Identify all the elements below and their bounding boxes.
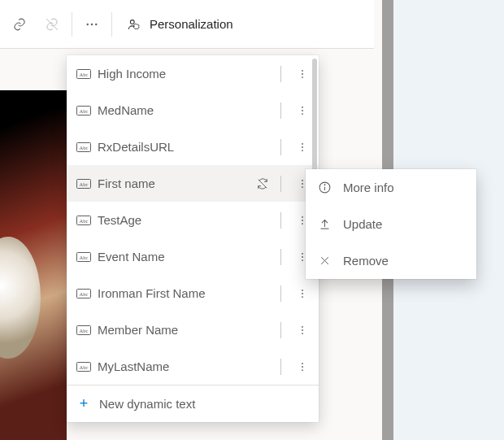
field-item-event-name[interactable]: Abc Event Name xyxy=(67,238,319,275)
context-item-label: Update xyxy=(343,217,382,231)
info-icon xyxy=(317,181,332,194)
text-field-icon: Abc xyxy=(76,252,91,262)
svg-text:Abc: Abc xyxy=(80,364,89,369)
field-item-medname[interactable]: Abc MedName xyxy=(67,92,319,129)
field-label: First name xyxy=(98,176,250,190)
field-label: TestAge xyxy=(98,213,269,227)
svg-point-45 xyxy=(302,333,303,334)
sync-disabled-icon xyxy=(256,177,269,190)
svg-point-7 xyxy=(302,69,303,71)
context-item-label: Remove xyxy=(343,254,389,268)
item-divider xyxy=(280,359,281,375)
editor-toolbar: Personalization xyxy=(0,0,374,49)
item-divider xyxy=(280,322,281,338)
text-field-icon: Abc xyxy=(76,216,91,225)
toolbar-divider xyxy=(111,12,112,37)
context-more-info[interactable]: More info xyxy=(306,169,476,206)
svg-point-3 xyxy=(95,23,97,24)
field-label: MedName xyxy=(98,103,269,117)
svg-point-25 xyxy=(302,186,303,188)
text-field-icon: Abc xyxy=(76,289,91,298)
text-field-icon: Abc xyxy=(76,325,91,335)
new-dynamic-text-button[interactable]: + New dynamic text xyxy=(67,386,319,422)
svg-point-38 xyxy=(302,289,303,290)
field-item-mylastname[interactable]: Abc MyLastName xyxy=(67,348,319,385)
svg-point-17 xyxy=(302,142,303,144)
item-divider xyxy=(280,176,281,192)
content-background-image xyxy=(0,90,67,440)
svg-point-19 xyxy=(302,150,303,151)
personalization-panel: Abc High Income Abc MedName Abc RxDetail… xyxy=(67,55,319,422)
svg-text:Abc: Abc xyxy=(80,217,89,223)
close-icon xyxy=(317,255,332,267)
link-button[interactable] xyxy=(3,0,36,49)
text-field-icon: Abc xyxy=(76,362,91,372)
personalization-icon xyxy=(127,17,141,32)
svg-point-43 xyxy=(302,325,303,327)
item-more-button[interactable] xyxy=(293,92,312,129)
item-more-button[interactable] xyxy=(293,55,312,92)
personalization-label: Personalization xyxy=(150,17,233,31)
svg-point-14 xyxy=(302,113,303,115)
svg-point-33 xyxy=(302,252,303,254)
item-more-button[interactable] xyxy=(293,311,312,348)
svg-text:Abc: Abc xyxy=(80,254,89,259)
context-item-label: More info xyxy=(343,181,394,194)
text-field-icon: Abc xyxy=(76,179,91,189)
svg-line-22 xyxy=(259,179,267,188)
svg-point-8 xyxy=(302,73,303,75)
svg-point-12 xyxy=(302,106,303,107)
toolbar-divider xyxy=(72,12,72,37)
svg-point-53 xyxy=(324,185,325,185)
field-item-high-income[interactable]: Abc High Income xyxy=(67,55,319,92)
new-item-label: New dynamic text xyxy=(99,397,195,411)
item-divider xyxy=(280,139,281,155)
text-field-icon: Abc xyxy=(76,142,91,152)
personalization-dropdown[interactable]: Personalization xyxy=(115,0,245,49)
svg-point-18 xyxy=(302,146,303,148)
svg-text:Abc: Abc xyxy=(80,290,89,296)
field-label: Member Name xyxy=(98,323,269,337)
more-options-button[interactable] xyxy=(76,0,108,49)
field-label: Ironman First Name xyxy=(98,286,269,300)
item-more-button[interactable] xyxy=(293,275,312,311)
context-update[interactable]: Update xyxy=(306,206,476,242)
field-context-menu: More info Update Remove xyxy=(306,169,476,279)
svg-text:Abc: Abc xyxy=(80,327,89,333)
field-label: RxDetailsURL xyxy=(98,140,269,154)
field-item-rxdetailsurl[interactable]: Abc RxDetailsURL xyxy=(67,129,319,165)
item-divider xyxy=(280,102,281,119)
item-more-button[interactable] xyxy=(293,129,312,165)
svg-point-34 xyxy=(302,256,303,258)
field-item-ironman-first-name[interactable]: Abc Ironman First Name xyxy=(67,275,319,311)
svg-point-2 xyxy=(91,23,93,24)
field-label: High Income xyxy=(98,67,269,81)
field-label: Event Name xyxy=(98,250,269,264)
field-label: MyLastName xyxy=(98,359,269,373)
unlink-button xyxy=(36,0,68,49)
svg-point-48 xyxy=(302,362,303,364)
field-item-testage[interactable]: Abc TestAge xyxy=(67,202,319,238)
context-remove[interactable]: Remove xyxy=(306,242,476,279)
svg-point-44 xyxy=(302,329,303,331)
svg-point-23 xyxy=(302,179,303,181)
item-divider xyxy=(280,66,281,82)
svg-text:Abc: Abc xyxy=(80,107,89,113)
svg-point-13 xyxy=(302,110,303,111)
upload-icon xyxy=(317,217,332,231)
text-field-icon: Abc xyxy=(76,69,91,79)
svg-point-40 xyxy=(302,296,303,298)
svg-point-50 xyxy=(302,369,303,371)
svg-point-4 xyxy=(130,20,134,24)
svg-point-9 xyxy=(302,76,303,78)
text-field-icon: Abc xyxy=(76,106,91,115)
item-divider xyxy=(280,285,281,302)
field-item-first-name[interactable]: Abc First name xyxy=(67,165,319,202)
svg-text:Abc: Abc xyxy=(80,71,89,76)
field-item-member-name[interactable]: Abc Member Name xyxy=(67,311,319,348)
plus-icon: + xyxy=(76,395,91,412)
item-divider xyxy=(280,249,281,265)
item-more-button[interactable] xyxy=(293,348,312,385)
svg-point-39 xyxy=(302,293,303,294)
svg-point-30 xyxy=(302,223,303,224)
